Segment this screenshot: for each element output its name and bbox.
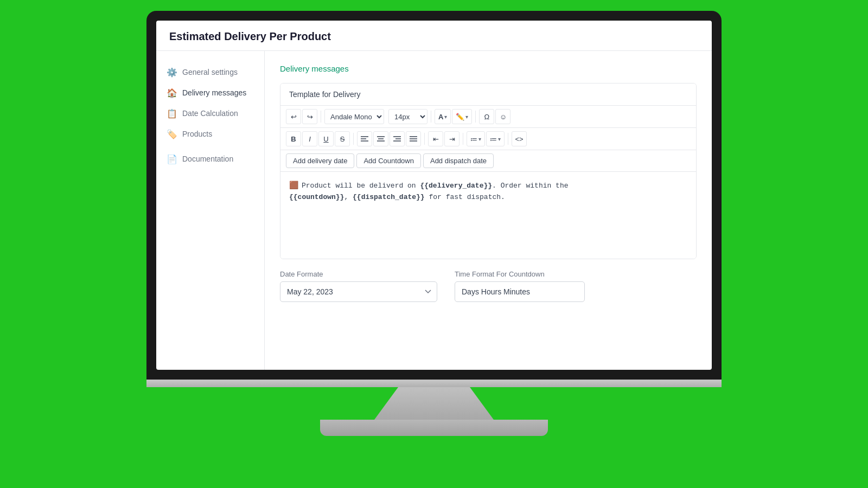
monitor: Estimated Delivery Per Product ⚙️ Genera… [146, 11, 722, 477]
special-chars-button[interactable]: Ω [479, 109, 494, 124]
unordered-list-button[interactable]: ≔ ▾ [467, 131, 485, 146]
sidebar-item-date-calculation[interactable]: 📋 Date Calculation [156, 103, 264, 124]
template-card: Template for Delivery ↩ ↪ Andale Mono [280, 83, 697, 259]
redo-button[interactable]: ↪ [302, 109, 317, 124]
monitor-screen-inner: Estimated Delivery Per Product ⚙️ Genera… [156, 21, 712, 370]
sidebar: ⚙️ General settings 🏠 Delivery messages … [156, 51, 265, 370]
gear-icon: ⚙️ [167, 67, 177, 77]
main-content: Delivery messages Template for Delivery … [265, 51, 712, 370]
undo-button[interactable]: ↩ [286, 109, 301, 124]
sidebar-item-label: Products [182, 130, 212, 138]
bottom-section: Date Formate May 22, 2023 22 May, 2023 2… [280, 259, 697, 302]
align-justify-button[interactable] [406, 131, 421, 146]
ordered-list-button[interactable]: ≔ ▾ [486, 131, 505, 146]
app-header: Estimated Delivery Per Product [156, 21, 712, 51]
highlight-chevron: ▾ [465, 114, 468, 120]
monitor-screen: Estimated Delivery Per Product ⚙️ Genera… [146, 11, 722, 380]
toolbar-separator-1 [321, 111, 321, 123]
sidebar-item-label: General settings [182, 68, 238, 76]
doc-icon: 📄 [167, 154, 177, 164]
time-format-text: Days Hours Minutes [462, 287, 530, 296]
font-color-chevron: ▾ [444, 114, 447, 120]
toolbar-separator-2 [431, 111, 431, 123]
monitor-stand-base [320, 420, 548, 436]
indent-increase-button[interactable]: ⇥ [444, 131, 459, 146]
calendar-icon: 📋 [167, 108, 177, 118]
sidebar-item-label: Delivery messages [182, 88, 246, 97]
indent-decrease-button[interactable]: ⇤ [428, 131, 443, 146]
date-format-label: Date Formate [280, 270, 437, 278]
toolbar-separator-3 [475, 111, 476, 123]
toolbar-separator-5 [424, 133, 425, 145]
sidebar-item-label: Documentation [182, 155, 233, 163]
align-center-button[interactable] [373, 131, 388, 146]
add-dispatch-date-label: Add dispatch date [430, 157, 487, 165]
monitor-stand-neck [374, 387, 494, 420]
sidebar-item-label: Date Calculation [182, 109, 238, 118]
editor-content: Product will be deliverd on {{delivery_d… [289, 182, 569, 201]
app-body: ⚙️ General settings 🏠 Delivery messages … [156, 51, 712, 370]
template-card-header: Template for Delivery [280, 84, 696, 106]
add-countdown-label: Add Countdown [363, 157, 414, 165]
time-format-label: Time Format For Countdown [455, 270, 585, 278]
font-family-select[interactable]: Andale Mono [324, 109, 384, 124]
strikethrough-button[interactable]: S [335, 131, 350, 146]
toolbar-separator-6 [463, 133, 463, 145]
editor-area[interactable]: 🟫Product will be deliverd on {{delivery_… [280, 172, 696, 259]
align-right-button[interactable] [390, 131, 405, 146]
add-dispatch-date-button[interactable]: Add dispatch date [423, 153, 494, 168]
sidebar-item-documentation[interactable]: 📄 Documentation [156, 149, 264, 169]
sidebar-item-delivery-messages[interactable]: 🏠 Delivery messages [156, 82, 264, 103]
app: Estimated Delivery Per Product ⚙️ Genera… [156, 21, 712, 370]
underline-button[interactable]: U [318, 131, 334, 146]
action-buttons-row: Add delivery date Add Countdown Add disp… [280, 150, 696, 172]
home-icon: 🏠 [167, 88, 177, 98]
toolbar-row-2: B I U S [280, 128, 696, 150]
toolbar-separator-4 [353, 133, 354, 145]
tag-icon: 🏷️ [167, 129, 177, 139]
date-format-select[interactable]: May 22, 2023 22 May, 2023 2023-05-22 [280, 281, 437, 302]
ul-chevron: ▾ [478, 136, 481, 142]
font-color-button[interactable]: A ▾ [435, 109, 451, 124]
sidebar-item-products[interactable]: 🏷️ Products [156, 124, 264, 144]
add-countdown-button[interactable]: Add Countdown [356, 153, 421, 168]
emoji-button[interactable]: ☺ [495, 109, 510, 124]
time-format-value: Days Hours Minutes [455, 281, 585, 302]
font-size-select[interactable]: 14px [388, 109, 427, 124]
ol-icon: ≔ [490, 135, 497, 143]
italic-button[interactable]: I [302, 131, 317, 146]
ol-chevron: ▾ [498, 136, 501, 142]
section-title: Delivery messages [280, 64, 697, 73]
code-button[interactable]: <> [512, 131, 527, 146]
highlight-color-button[interactable]: ✏️ ▾ [452, 109, 472, 124]
bold-button[interactable]: B [286, 131, 301, 146]
add-delivery-date-label: Add delivery date [293, 157, 347, 165]
page-title: Estimated Delivery Per Product [169, 30, 699, 43]
add-delivery-date-button[interactable]: Add delivery date [286, 153, 354, 168]
sidebar-item-general-settings[interactable]: ⚙️ General settings [156, 62, 264, 82]
pencil-icon: ✏️ [456, 113, 464, 121]
editor-icon: 🟫 [289, 179, 298, 191]
font-color-icon: A [438, 113, 443, 121]
ul-icon: ≔ [470, 135, 477, 143]
toolbar-row-1: ↩ ↪ Andale Mono 14px [280, 106, 696, 128]
monitor-base-top [146, 380, 722, 387]
date-format-group: Date Formate May 22, 2023 22 May, 2023 2… [280, 270, 437, 302]
align-left-button[interactable] [357, 131, 372, 146]
toolbar-separator-7 [508, 133, 508, 145]
time-format-group: Time Format For Countdown Days Hours Min… [455, 270, 585, 302]
